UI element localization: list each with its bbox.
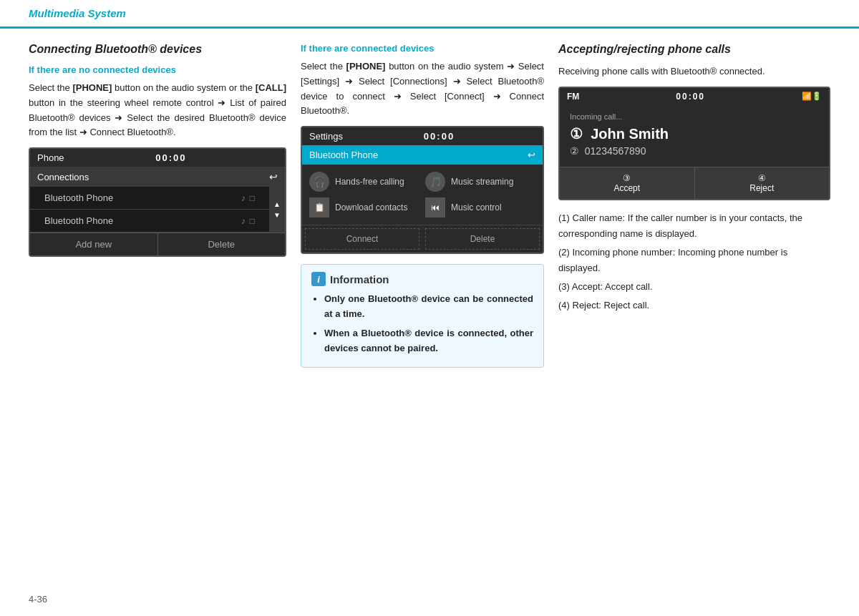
accept-label: Accept — [566, 183, 689, 193]
col1-section-title: Connecting Bluetooth® devices — [29, 43, 286, 56]
delete-button[interactable]: Delete — [158, 233, 286, 255]
fm-label: FM — [567, 92, 579, 102]
info-bullet-1: Only one Bluetooth® device can be connec… — [324, 292, 533, 322]
hands-free-label: Hands-free calling — [335, 177, 404, 187]
bt-phone-1-label: Bluetooth Phone — [44, 192, 113, 203]
phone-ui-header: Phone 00:00 — [30, 149, 285, 167]
col3-intro: Receiving phone calls with Bluetooth® co… — [558, 64, 830, 79]
settings-connect-button[interactable]: Connect — [305, 228, 419, 250]
phone-item-1-icons: ♪ □ — [241, 193, 255, 203]
phone-list-wrapper: Bluetooth Phone ♪ □ Bluetooth Phone ♪ □ — [30, 187, 285, 233]
column-1: Connecting Bluetooth® devices If there a… — [29, 43, 286, 368]
back-arrow-icon[interactable]: ↩ — [269, 171, 278, 182]
circle-1-icon: ① — [570, 126, 583, 142]
accept-circle-icon: ③ — [566, 173, 689, 183]
col3-section-title: Accepting/rejecting phone calls — [558, 43, 830, 56]
settings-bt-row: Bluetooth Phone ↩ — [302, 145, 543, 165]
scroll-up-icon[interactable]: ▲ — [273, 200, 281, 208]
incoming-call-text: Incoming call... — [570, 112, 819, 121]
music-icon-2: ♪ — [241, 216, 246, 226]
caller-number: ② 01234567890 — [570, 145, 819, 157]
settings-back-icon[interactable]: ↩ — [528, 150, 535, 160]
phone-icon-2: □ — [250, 216, 255, 226]
call-note-4: (4) Reject: Reject call. — [558, 298, 830, 313]
settings-ui-mockup: Settings 00:00 Bluetooth Phone ↩ 🎧 Hands… — [301, 126, 544, 254]
hands-free-icon: 🎧 — [309, 172, 329, 192]
settings-bt-phone-label: Bluetooth Phone — [309, 150, 378, 160]
music-streaming-label: Music streaming — [451, 177, 513, 187]
info-box-header: i Information — [311, 272, 533, 286]
call-action-buttons: ③ Accept ④ Reject — [560, 167, 829, 199]
info-bullet-2: When a Bluetooth® device is connected, o… — [324, 326, 533, 356]
music-streaming-icon: 🎵 — [425, 172, 445, 192]
call-notes-list: (1) Caller name: If the caller number is… — [558, 210, 830, 314]
page-title: Multimedia System — [29, 7, 126, 19]
call-note-2: (2) Incoming phone number: Incoming phon… — [558, 245, 830, 276]
phone-item-2-icons: ♪ □ — [241, 216, 255, 226]
reject-circle-icon: ④ — [701, 173, 824, 183]
col2-subsection-title: If there are connected devices — [301, 43, 544, 54]
info-icon: i — [311, 272, 326, 286]
phone-scroll-arrows: ▲ ▼ — [269, 187, 285, 233]
music-control-label: Music control — [451, 202, 502, 212]
reject-label: Reject — [701, 183, 824, 193]
col1-text: Select the [PHONE] button on the audio s… — [29, 81, 286, 140]
phone-list-item-2[interactable]: Bluetooth Phone ♪ □ — [30, 210, 269, 233]
call-ui-header: FM 00:00 📶🔋 — [560, 88, 829, 105]
phone-list-items: Bluetooth Phone ♪ □ Bluetooth Phone ♪ □ — [30, 187, 269, 233]
phone-ui-mockup: Phone 00:00 Connections ↩ Bluetooth Phon… — [29, 147, 286, 257]
call-note-3: (3) Accept: Accept call. — [558, 279, 830, 295]
download-contacts-item[interactable]: 📋 Download contacts — [309, 197, 419, 217]
settings-label: Settings — [309, 131, 343, 142]
info-title: Information — [330, 273, 389, 285]
page-number: 4-36 — [29, 594, 47, 605]
call-time: 00:00 — [676, 92, 705, 102]
column-2: If there are connected devices Select th… — [301, 43, 544, 368]
status-icons: 📶🔋 — [802, 92, 822, 101]
settings-footer: Connect Delete — [302, 225, 543, 253]
col1-subsection-title: If there are no connected devices — [29, 64, 286, 75]
connections-label: Connections — [37, 172, 89, 182]
download-contacts-icon: 📋 — [309, 197, 329, 217]
settings-icons-grid: 🎧 Hands-free calling 🎵 Music streaming 📋… — [302, 165, 543, 225]
phone-icon: □ — [250, 193, 255, 203]
phone-label: Phone — [37, 152, 64, 163]
phone-time: 00:00 — [155, 152, 186, 163]
column-3: Accepting/rejecting phone calls Receivin… — [558, 43, 830, 368]
add-new-button[interactable]: Add new — [30, 233, 158, 255]
accept-call-button[interactable]: ③ Accept — [560, 167, 695, 199]
phone-number-text: 01234567890 — [585, 145, 646, 157]
music-control-icon: ⏮ — [425, 197, 445, 217]
call-body: Incoming call... ① John Smith ② 01234567… — [560, 105, 829, 167]
page-header: Multimedia System — [0, 0, 859, 29]
info-list: Only one Bluetooth® device can be connec… — [311, 292, 533, 356]
bt-phone-2-label: Bluetooth Phone — [44, 215, 113, 226]
settings-time: 00:00 — [424, 131, 455, 142]
music-control-item[interactable]: ⏮ Music control — [425, 197, 535, 217]
caller-name-text: John Smith — [591, 126, 669, 142]
download-contacts-label: Download contacts — [335, 202, 407, 212]
main-content: Connecting Bluetooth® devices If there a… — [0, 29, 859, 382]
scroll-down-icon[interactable]: ▼ — [273, 211, 281, 219]
information-box: i Information Only one Bluetooth® device… — [301, 264, 544, 368]
incoming-call-ui: FM 00:00 📶🔋 Incoming call... ① John Smit… — [558, 87, 830, 200]
reject-call-button[interactable]: ④ Reject — [695, 167, 830, 199]
caller-name: ① John Smith — [570, 125, 819, 142]
hands-free-item[interactable]: 🎧 Hands-free calling — [309, 172, 419, 192]
settings-delete-button[interactable]: Delete — [425, 228, 540, 250]
phone-footer: Add new Delete — [30, 233, 285, 255]
connections-row: Connections ↩ — [30, 167, 285, 187]
music-streaming-item[interactable]: 🎵 Music streaming — [425, 172, 535, 192]
circle-2-icon: ② — [570, 145, 579, 157]
page-footer: 4-36 — [29, 594, 47, 605]
music-icon: ♪ — [241, 193, 246, 203]
settings-header: Settings 00:00 — [302, 127, 543, 145]
col2-text: Select the [PHONE] button on the audio s… — [301, 59, 544, 119]
call-note-1: (1) Caller name: If the caller number is… — [558, 210, 830, 242]
phone-list-item-1[interactable]: Bluetooth Phone ♪ □ — [30, 187, 269, 210]
